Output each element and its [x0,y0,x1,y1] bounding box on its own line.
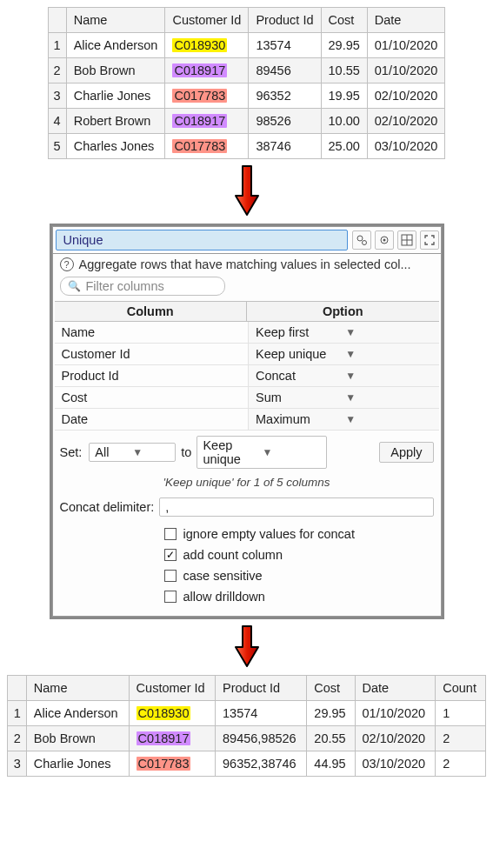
table-row: 4 Robert Brown C018917 98526 10.00 02/10… [48,109,445,134]
grid-icon[interactable] [397,230,416,250]
cell-product-id: 13574 [216,701,307,726]
col-header: Count [436,676,486,701]
row-number: 3 [48,83,66,109]
checkbox[interactable]: ✓ [164,549,177,561]
checkbox-row[interactable]: ignore empty values for concat [60,524,434,544]
cell-cost: 29.95 [307,701,355,726]
cell-customer-id: C018930 [165,33,249,58]
expand-icon[interactable] [420,230,439,250]
svg-point-1 [362,241,366,245]
cell-cost: 20.55 [307,726,355,751]
checkbox-row[interactable]: ✓add count column [60,544,434,565]
svg-point-3 [383,239,385,242]
option-dropdown[interactable]: Concat▼ [248,365,439,386]
chevron-down-icon: ▼ [342,413,435,425]
col-header: Cost [307,676,355,701]
concat-delimiter-input[interactable]: , [159,497,433,517]
col-header: Cost [321,8,367,33]
concat-delimiter-label: Concat delimiter: [60,500,155,514]
cell-date: 01/10/2020 [367,58,445,83]
cell-product-id: 98526 [249,109,321,134]
col-header: Option [247,302,439,321]
cell-count: 1 [436,701,486,726]
cell-customer-id: C018917 [165,58,249,83]
down-arrow-icon [7,164,486,218]
column-option-row: Cost Sum▼ [55,387,439,409]
cell-date: 01/10/2020 [367,33,445,58]
column-option-row: Customer Id Keep unique▼ [55,344,439,365]
toolbar-button[interactable] [352,230,371,250]
cell-count: 2 [436,751,486,777]
cell-name: Charlie Jones [26,751,129,777]
option-dropdown[interactable]: Keep first▼ [248,322,439,343]
apply-button[interactable]: Apply [379,442,433,463]
row-number: 5 [48,134,66,159]
table-row: 5 Charles Jones C017783 38746 25.00 03/1… [48,134,445,159]
column-option-row: Date Maximum▼ [55,409,439,431]
cell-customer-id: C018917 [165,109,249,134]
cell-name: Alice Anderson [66,33,165,58]
cell-product-id: 38746 [249,134,321,159]
output-table: Name Customer Id Product Id Cost Date Co… [7,675,486,777]
col-header: Date [355,676,436,701]
checkbox-label: ignore empty values for concat [183,527,355,541]
cell-customer-id: C018917 [129,726,215,751]
set-label: Set: [60,445,84,459]
column-name: Customer Id [55,344,249,364]
filter-columns-input[interactable]: 🔍 Filter columns [60,277,225,296]
cell-name: Alice Anderson [26,701,129,726]
row-number: 1 [48,33,66,58]
set-dropdown[interactable]: All▼ [89,443,176,462]
row-number: 1 [8,701,27,726]
checkbox[interactable] [164,591,177,603]
panel-description: Aggregate rows that have matching values… [79,257,411,271]
row-number: 4 [48,109,66,134]
checkbox[interactable] [164,570,177,582]
column-option-row: Product Id Concat▼ [55,365,439,387]
col-header: Product Id [216,676,307,701]
cell-name: Robert Brown [66,109,165,134]
cell-cost: 44.95 [307,751,355,777]
cell-customer-id: C017783 [129,751,215,777]
col-header [48,8,66,33]
col-header: Customer Id [129,676,215,701]
unique-panel: Unique ? Aggregate rows that have matchi… [52,226,442,617]
table-row: 2 Bob Brown C018917 89456,98526 20.55 02… [8,726,486,751]
cell-cost: 25.00 [321,134,367,159]
col-header: Customer Id [165,8,249,33]
cell-date: 02/10/2020 [367,109,445,134]
cell-name: Bob Brown [26,726,129,751]
input-table: Name Customer Id Product Id Cost Date 1 … [48,7,446,159]
cell-name: Charles Jones [66,134,165,159]
checkbox-label: allow drilldown [183,590,265,604]
cell-product-id: 96352,38746 [216,751,307,777]
column-name: Product Id [55,365,249,386]
option-dropdown[interactable]: Maximum▼ [248,409,439,430]
option-dropdown[interactable]: Sum▼ [248,387,439,408]
col-header [8,676,27,701]
col-header: Product Id [249,8,321,33]
cell-date: 03/10/2020 [355,751,436,777]
cell-product-id: 13574 [249,33,321,58]
cell-count: 2 [436,726,486,751]
search-icon: 🔍 [68,280,81,292]
down-arrow-icon [7,624,486,670]
cell-date: 02/10/2020 [355,726,436,751]
col-header: Name [66,8,165,33]
cell-customer-id: C018930 [129,701,215,726]
chevron-down-icon: ▼ [129,446,170,458]
option-dropdown[interactable]: Keep unique▼ [248,344,439,364]
checkbox-row[interactable]: case sensitive [60,565,434,586]
gear-icon[interactable] [375,230,394,250]
chevron-down-icon: ▼ [342,326,435,338]
row-number: 2 [48,58,66,83]
checkbox-row[interactable]: allow drilldown [60,586,434,607]
to-dropdown[interactable]: Keep unique▼ [197,436,327,469]
checkbox[interactable] [164,528,177,540]
help-icon[interactable]: ? [60,257,74,271]
row-number: 2 [8,726,27,751]
table-row: 1 Alice Anderson C018930 13574 29.95 01/… [48,33,445,58]
table-row: 3 Charlie Jones C017783 96352,38746 44.9… [8,751,486,777]
cell-date: 01/10/2020 [355,701,436,726]
cell-name: Charlie Jones [66,83,165,109]
